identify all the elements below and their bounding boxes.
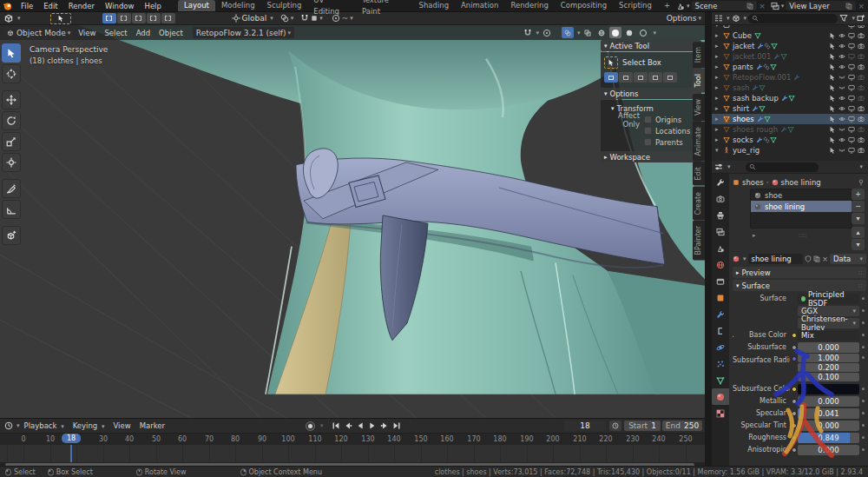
snap-dropdown-chevron[interactable]: ▾ — [536, 30, 539, 36]
object-name[interactable]: jacket — [733, 42, 754, 50]
tab-output[interactable] — [712, 207, 729, 223]
jump-to-end-button[interactable] — [391, 421, 402, 431]
animate-dot[interactable] — [862, 309, 865, 312]
viewport-disable-icon[interactable] — [848, 105, 855, 112]
animate-dot[interactable] — [862, 321, 865, 324]
viewport-disable-icon[interactable] — [848, 84, 855, 91]
hide-icon[interactable] — [838, 116, 845, 123]
expand-icon[interactable]: ▸ — [715, 53, 723, 60]
current-frame-field[interactable]: 18 — [564, 421, 606, 431]
selectable-icon[interactable] — [829, 84, 836, 91]
proportional-icon[interactable] — [542, 29, 551, 37]
outliner-row-selected[interactable]: ▸shoes — [712, 114, 868, 124]
roughness-slider[interactable]: 0.849 — [798, 433, 859, 443]
new-collection-icon[interactable] — [857, 14, 865, 23]
outliner-row[interactable]: ▸sash backup — [712, 93, 868, 103]
viewport-disable-icon[interactable] — [848, 74, 855, 81]
properties-filter-chevron[interactable]: ▾ — [859, 163, 863, 170]
object-name[interactable]: shoes rough — [733, 125, 778, 134]
expand-icon[interactable]: ▸ — [715, 74, 723, 81]
copy-material-icon[interactable] — [813, 255, 820, 262]
active-tool-preview[interactable] — [50, 13, 71, 24]
material-name-field[interactable]: shoe lining — [748, 254, 803, 264]
workspace-panel-header[interactable]: ▸ Workspace ∷ — [601, 151, 701, 162]
snap-icon[interactable] — [523, 29, 532, 37]
prev-keyframe-button[interactable] — [342, 421, 353, 431]
viewport-disable-icon[interactable] — [848, 126, 855, 133]
pivot-chevron[interactable]: ▾ — [291, 15, 294, 22]
hide-icon[interactable] — [838, 95, 845, 102]
selectable-icon[interactable] — [829, 147, 836, 154]
viewport-disable-icon[interactable] — [848, 53, 855, 60]
auto-key-record-button[interactable] — [306, 421, 315, 431]
xray-toggle[interactable] — [582, 27, 594, 38]
render-disable-icon[interactable] — [858, 95, 865, 102]
tab-physics[interactable] — [712, 339, 729, 355]
radius-y-slider[interactable]: 0.200 — [798, 363, 859, 372]
playhead[interactable]: 18 — [62, 434, 81, 443]
tab-collection[interactable] — [712, 273, 729, 289]
menu-file[interactable]: File — [16, 0, 38, 12]
retopoflow-menu[interactable]: RetopoFlow 3.2.1 (self) ▾ — [193, 27, 294, 38]
next-keyframe-button[interactable] — [378, 421, 390, 431]
material-slot-selected[interactable]: shoe lining — [751, 201, 852, 212]
outliner-row[interactable]: ▸jacket.001 — [712, 51, 868, 62]
playback-menu[interactable]: Playback ▾ — [20, 421, 69, 430]
render-disable-icon[interactable] — [858, 74, 865, 81]
hide-icon[interactable] — [838, 105, 845, 112]
outliner-display-mode-icon[interactable] — [714, 14, 723, 23]
base-color-button[interactable]: Mix — [798, 330, 859, 341]
properties-editor-chevron[interactable]: ▾ — [727, 163, 731, 170]
animate-dot[interactable] — [862, 334, 865, 336]
hide-icon[interactable] — [838, 43, 845, 50]
filter-id-chevron[interactable]: ▾ — [744, 15, 747, 22]
menu-help[interactable]: Help — [139, 0, 166, 12]
panel-select-mode-intersect[interactable] — [663, 72, 677, 83]
marker-menu[interactable]: Marker — [135, 421, 169, 430]
tab-view-layer[interactable] — [712, 223, 729, 240]
tab-object[interactable] — [712, 289, 729, 306]
expand-icon[interactable]: ▸ — [715, 32, 723, 39]
pivot-point-icon[interactable] — [280, 14, 289, 23]
render-disable-icon[interactable] — [858, 147, 865, 154]
scene-browse-chevron[interactable]: ▾ — [687, 3, 690, 10]
expand-icon[interactable]: ▸ — [715, 84, 723, 91]
shading-rendered-button[interactable] — [637, 27, 649, 38]
tool-add-cube[interactable] — [2, 226, 21, 245]
selectable-icon[interactable] — [829, 63, 836, 70]
play-reverse-button[interactable] — [354, 421, 365, 431]
tool-move[interactable] — [2, 90, 21, 109]
scene-unlink-icon[interactable]: × — [759, 2, 766, 10]
expand-icon[interactable]: ▸ — [715, 105, 723, 112]
workspace-tab-layout[interactable]: Layout — [178, 0, 215, 11]
object-name[interactable]: RetopoFlow.001 — [733, 73, 791, 82]
outliner-search-input[interactable] — [748, 14, 838, 23]
slot-specials-button[interactable]: ▾ — [852, 213, 865, 224]
preview-range-clock-button[interactable] — [609, 421, 621, 431]
browse-material-icon[interactable] — [733, 255, 740, 262]
viewport-disable-icon[interactable] — [848, 95, 855, 102]
orientation-chevron[interactable]: ▾ — [270, 15, 273, 22]
tool-rotate[interactable] — [2, 111, 21, 130]
sidebar-tab-item[interactable]: Item — [693, 42, 705, 68]
hide-icon[interactable] — [838, 63, 845, 70]
animate-dot[interactable] — [862, 424, 865, 427]
object-name[interactable]: Cube — [733, 31, 752, 40]
radius-x-slider[interactable]: 1.000 — [798, 354, 859, 362]
panel-select-mode-set[interactable] — [604, 72, 618, 83]
shading-solid-button[interactable] — [609, 27, 621, 38]
view-layer-new-icon[interactable] — [845, 3, 852, 10]
outliner-row[interactable]: ▸pants — [712, 62, 868, 72]
play-button[interactable] — [366, 421, 378, 431]
sidebar-tab-tool[interactable]: Tool — [693, 69, 705, 93]
tab-tool[interactable] — [712, 174, 729, 190]
selectable-icon[interactable] — [829, 53, 836, 60]
object-name[interactable]: socks — [733, 136, 753, 144]
workspace-tab-animation[interactable]: Animation — [455, 0, 504, 11]
outliner-row[interactable]: ▸sash — [712, 83, 868, 93]
timeline-ruler[interactable]: 0 10 20 30 40 50 60 70 80 90 100 110 120… — [0, 433, 705, 445]
scene-new-icon[interactable] — [746, 3, 753, 10]
expand-icon[interactable]: ▸ — [715, 63, 723, 70]
active-tool-panel-header[interactable]: ▾ Active Tool ∷ — [601, 40, 701, 51]
auto-key-chevron[interactable]: ▾ — [320, 422, 324, 429]
